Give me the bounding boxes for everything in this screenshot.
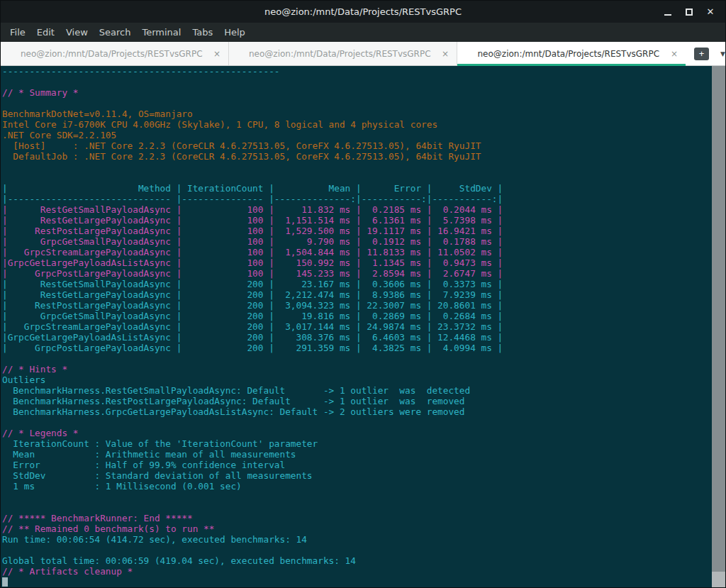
minimize-button[interactable] xyxy=(663,7,673,17)
terminal-line: | RestGetSmallPayloadAsync | 200 | 23.16… xyxy=(2,279,710,289)
close-icon: ✕ xyxy=(707,7,715,16)
terminal-line: Outliers xyxy=(2,375,710,385)
terminal-line: BenchmarkDotNet=v0.11.4, OS=manjaro xyxy=(2,109,710,119)
titlebar[interactable]: neo@zion:/mnt/Data/Projects/RESTvsGRPC ✕ xyxy=(1,1,725,23)
window-title: neo@zion:/mnt/Data/Projects/RESTvsGRPC xyxy=(1,6,725,17)
tab-label: neo@zion:/mnt/Data/Projects/RESTvsGRPC xyxy=(21,49,208,59)
terminal-line: | GrpcGetSmallPayloadAsync | 200 | 19.81… xyxy=(2,311,710,321)
window-controls: ✕ xyxy=(663,7,725,17)
terminal-line: // * Hints * xyxy=(2,364,710,375)
terminal-line: 1 ms : 1 Millisecond (0.001 sec) xyxy=(2,481,710,492)
terminal-line: Mean : Arithmetic mean of all measuremen… xyxy=(2,449,710,460)
new-tab-button[interactable]: + xyxy=(694,48,709,60)
terminal-line: | GrpcStreamLargePayloadAsync | 200 | 3,… xyxy=(2,321,710,332)
tab-1[interactable]: neo@zion:/mnt/Data/Projects/RESTvsGRPC× xyxy=(1,42,229,65)
tab-3[interactable]: neo@zion:/mnt/Data/Projects/RESTvsGRPC× xyxy=(457,42,686,65)
terminal-line: // * Legends * xyxy=(2,428,710,438)
terminal-line: |------------------------------ |-------… xyxy=(2,194,710,204)
minimize-icon xyxy=(664,14,671,16)
terminal-window: neo@zion:/mnt/Data/Projects/RESTvsGRPC ✕… xyxy=(0,0,726,588)
terminal-line xyxy=(2,577,710,587)
menu-item-terminal[interactable]: Terminal xyxy=(136,24,186,40)
terminal-line: // * Summary * xyxy=(2,87,710,98)
scrollbar-thumb[interactable] xyxy=(712,66,725,572)
terminal-line: // ** Remained 0 benchmark(s) to run ** xyxy=(2,523,710,534)
menu-item-file[interactable]: File xyxy=(4,24,31,40)
terminal-line xyxy=(2,417,710,428)
terminal-line: BenchmarkHarness.RestPostLargePayloadAsy… xyxy=(2,396,710,406)
terminal-line: // ***** BenchmarkRunner: End ***** xyxy=(2,513,710,523)
terminal-line xyxy=(2,502,710,513)
terminal-output: ----------------------------------------… xyxy=(2,66,710,587)
tab-close-icon[interactable]: × xyxy=(442,49,449,59)
terminal-line: Global total time: 00:06:59 (419.04 sec)… xyxy=(2,555,710,566)
menu-item-search[interactable]: Search xyxy=(94,24,137,40)
close-button[interactable]: ✕ xyxy=(705,7,715,17)
terminal-line: | Method | IterationCount | Mean | Error… xyxy=(2,183,710,194)
terminal-line xyxy=(2,77,710,87)
terminal-line: StdDev : Standard deviation of all measu… xyxy=(2,470,710,481)
new-tab-icon: + xyxy=(699,48,705,60)
terminal-line: | GrpcPostLargePayloadAsync | 200 | 291.… xyxy=(2,343,710,353)
terminal-line: | RestGetLargePayloadAsync | 200 | 2,212… xyxy=(2,289,710,300)
terminal-line: |GrpcGetLargePayloadAsListAsync | 200 | … xyxy=(2,332,710,343)
terminal-line: | RestGetSmallPayloadAsync | 100 | 11.83… xyxy=(2,204,710,215)
terminal-line xyxy=(2,353,710,364)
terminal-line: |GrpcGetLargePayloadAsListAsync | 100 | … xyxy=(2,257,710,268)
terminal-screen[interactable]: ----------------------------------------… xyxy=(1,66,725,587)
maximize-icon xyxy=(686,9,693,16)
terminal-line: | GrpcStreamLargePayloadAsync | 100 | 1,… xyxy=(2,247,710,257)
tab-2[interactable]: neo@zion:/mnt/Data/Projects/RESTvsGRPC× xyxy=(229,42,457,65)
terminal-cursor xyxy=(2,577,8,587)
tab-label: neo@zion:/mnt/Data/Projects/RESTvsGRPC xyxy=(478,49,666,59)
tab-close-icon[interactable]: × xyxy=(213,49,220,59)
terminal-line xyxy=(2,98,710,109)
terminal-line: | GrpcPostLargePayloadAsync | 100 | 145.… xyxy=(2,268,710,279)
terminal-line: Error : Half of 99.9% confidence interva… xyxy=(2,460,710,470)
menu-item-tabs[interactable]: Tabs xyxy=(186,24,218,40)
terminal-line xyxy=(2,172,710,183)
terminal-line: [Host] : .NET Core 2.2.3 (CoreCLR 4.6.27… xyxy=(2,140,710,151)
terminal-line: BenchmarkHarness.GrpcGetLargePayloadAsLi… xyxy=(2,406,710,417)
terminal-line: | RestPostLargePayloadAsync | 200 | 3,09… xyxy=(2,300,710,311)
tabbar: neo@zion:/mnt/Data/Projects/RESTvsGRPC×n… xyxy=(1,42,725,66)
terminal-line: IterationCount : Value of the 'Iteration… xyxy=(2,438,710,449)
tab-controls: + ▼ xyxy=(686,42,725,65)
terminal-line: DefaultJob : .NET Core 2.2.3 (CoreCLR 4.… xyxy=(2,151,710,162)
terminal-line: Run time: 00:06:54 (414.72 sec), execute… xyxy=(2,534,710,545)
terminal-line: .NET Core SDK=2.2.105 xyxy=(2,130,710,140)
terminal-line xyxy=(2,492,710,502)
maximize-button[interactable] xyxy=(684,7,694,17)
tab-label: neo@zion:/mnt/Data/Projects/RESTvsGRPC xyxy=(249,49,437,59)
terminal-line: BenchmarkHarness.RestGetSmallPayloadAsyn… xyxy=(2,385,710,396)
terminal-line: | RestPostLargePayloadAsync | 100 | 1,52… xyxy=(2,226,710,236)
menubar: FileEditViewSearchTerminalTabsHelp xyxy=(1,23,725,42)
terminal-line xyxy=(2,545,710,555)
tab-close-icon[interactable]: × xyxy=(671,49,678,59)
terminal-line: ----------------------------------------… xyxy=(2,66,710,77)
terminal-line: // * Artifacts cleanup * xyxy=(2,566,710,577)
menu-item-edit[interactable]: Edit xyxy=(31,24,60,40)
terminal-line: | RestGetLargePayloadAsync | 100 | 1,151… xyxy=(2,215,710,226)
chevron-down-icon: ▼ xyxy=(720,50,725,57)
scrollbar[interactable] xyxy=(712,66,725,587)
terminal-line: Intel Core i7-6700K CPU 4.00GHz (Skylake… xyxy=(2,119,710,130)
terminal-line: | GrpcGetSmallPayloadAsync | 100 | 9.790… xyxy=(2,236,710,247)
menu-item-view[interactable]: View xyxy=(60,24,94,40)
menu-item-help[interactable]: Help xyxy=(218,24,251,40)
terminal-line xyxy=(2,162,710,172)
tab-list-dropdown[interactable]: ▼ xyxy=(720,50,725,57)
